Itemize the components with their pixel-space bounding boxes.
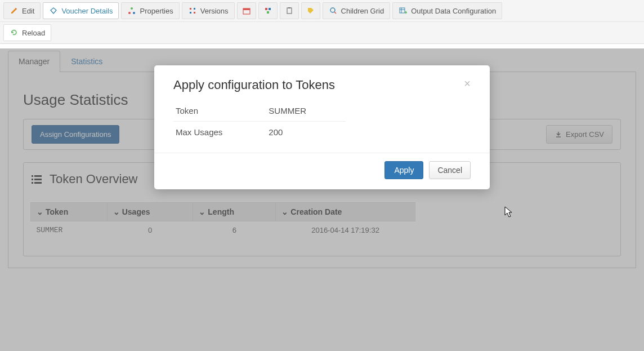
modal-field-value: 200 [266,122,346,143]
clipboard-icon [285,6,294,15]
reload-icon [10,28,19,37]
svg-point-1 [131,7,133,10]
modal-fields: Token SUMMER Max Usages 200 [173,100,346,143]
tab-label: Properties [140,7,173,15]
modal-close-button[interactable]: × [464,78,471,89]
tab-calendar[interactable] [237,2,256,19]
svg-rect-10 [269,8,271,10]
apply-button[interactable]: Apply [384,161,423,179]
diamond-icon [49,6,58,15]
svg-line-15 [334,12,336,14]
cancel-button[interactable]: Cancel [429,161,471,179]
modal-field-label: Max Usages [173,122,266,143]
pencil-icon [10,6,19,15]
tab-versions[interactable]: Versions [182,2,235,19]
grid-dots-icon [188,6,197,15]
tab-blocks[interactable] [258,2,278,19]
svg-rect-11 [267,11,269,14]
svg-rect-13 [288,7,290,8]
main-toolbar: Edit Voucher Details Properties Versions [0,0,644,44]
table-export-icon [399,6,408,15]
calendar-icon [242,6,251,15]
tag-icon [306,6,315,15]
reload-label: Reload [22,29,45,37]
modal-field-value: SUMMER [266,100,346,122]
tab-edit[interactable]: Edit [3,2,41,19]
modal-title: Apply configuration to Tokens [173,78,335,92]
blocks-icon [263,6,272,15]
tab-tag[interactable] [301,2,320,19]
svg-rect-6 [194,12,195,14]
tab-voucher-details[interactable]: Voucher Details [43,2,119,19]
modal-row-max-usages: Max Usages 200 [173,122,346,143]
tab-label: Output Data Configuration [411,7,496,15]
svg-rect-8 [243,8,250,10]
tab-label: Children Grid [341,7,384,15]
svg-rect-9 [265,8,267,10]
svg-rect-12 [287,8,292,14]
svg-rect-3 [190,8,191,10]
svg-rect-16 [400,8,405,13]
svg-point-2 [133,12,135,14]
tab-output-data-config[interactable]: Output Data Configuration [392,2,502,19]
svg-point-0 [128,12,131,14]
tab-label: Versions [200,7,229,15]
svg-point-14 [330,8,335,12]
svg-rect-4 [194,8,195,10]
tab-properties[interactable]: Properties [121,2,179,19]
search-icon [329,6,338,15]
nodes-icon [127,6,136,15]
tab-clipboard[interactable] [280,2,299,19]
tab-label: Voucher Details [61,7,113,15]
apply-config-modal: Apply configuration to Tokens × Token SU… [154,65,490,189]
tab-label: Edit [22,7,34,15]
tab-children-grid[interactable]: Children Grid [323,2,391,19]
modal-row-token: Token SUMMER [173,100,346,122]
svg-rect-5 [190,12,191,14]
reload-button[interactable]: Reload [3,24,51,41]
modal-field-label: Token [173,100,266,122]
